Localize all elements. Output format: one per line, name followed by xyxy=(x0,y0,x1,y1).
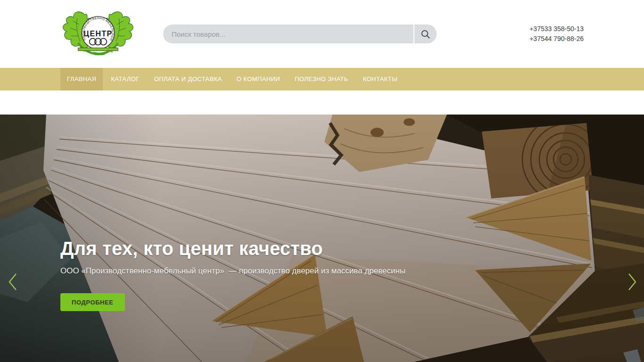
search-button[interactable] xyxy=(413,25,437,43)
logo-center-text: ЦЕНТР xyxy=(83,30,112,38)
nav-item-useful[interactable]: ПОЛЕЗНО ЗНАТЬ xyxy=(288,68,355,90)
contact-phones: +37533 358-50-13 +37544 790-88-26 xyxy=(529,24,584,44)
chevron-left-icon xyxy=(7,272,19,292)
logo-bar xyxy=(78,48,118,51)
chevron-right-icon xyxy=(626,272,638,292)
slider-next-button[interactable] xyxy=(625,271,639,294)
slide-title: Для тех, кто ценит качество xyxy=(60,238,323,259)
nav-item-catalog[interactable]: КАТАЛОГ xyxy=(104,68,146,90)
nav-item-about[interactable]: О КОМПАНИИ xyxy=(230,68,287,90)
nav-item-payment-delivery[interactable]: ОПЛАТА И ДОСТАВКА xyxy=(148,68,229,90)
nav-item-contacts[interactable]: КОНТАКТЫ xyxy=(356,68,404,90)
product-search xyxy=(163,25,437,43)
main-navigation: ГЛАВНАЯ КАТАЛОГ ОПЛАТА И ДОСТАВКА О КОМП… xyxy=(0,68,644,90)
site-header: ПРОИЗВОДСТВЕННО-МЕБЕЛЬНЫЙ ЦЕНТР +37533 3… xyxy=(0,0,644,68)
slide-subtitle: ООО «Производственно-мебельный центр» — … xyxy=(60,266,405,276)
search-icon xyxy=(421,29,430,39)
nav-item-home[interactable]: ГЛАВНАЯ xyxy=(60,68,103,90)
search-input[interactable] xyxy=(163,25,437,43)
spacer xyxy=(0,90,644,115)
phone-number: +37544 790-88-26 xyxy=(529,34,584,44)
details-button[interactable]: ПОДРОБНЕЕ xyxy=(60,293,125,311)
company-logo[interactable]: ПРОИЗВОДСТВЕННО-МЕБЕЛЬНЫЙ ЦЕНТР xyxy=(60,8,136,59)
hero-slider: Для тех, кто ценит качество ООО «Произво… xyxy=(0,115,644,362)
phone-number: +37533 358-50-13 xyxy=(529,24,584,34)
slider-prev-button[interactable] xyxy=(6,271,20,294)
